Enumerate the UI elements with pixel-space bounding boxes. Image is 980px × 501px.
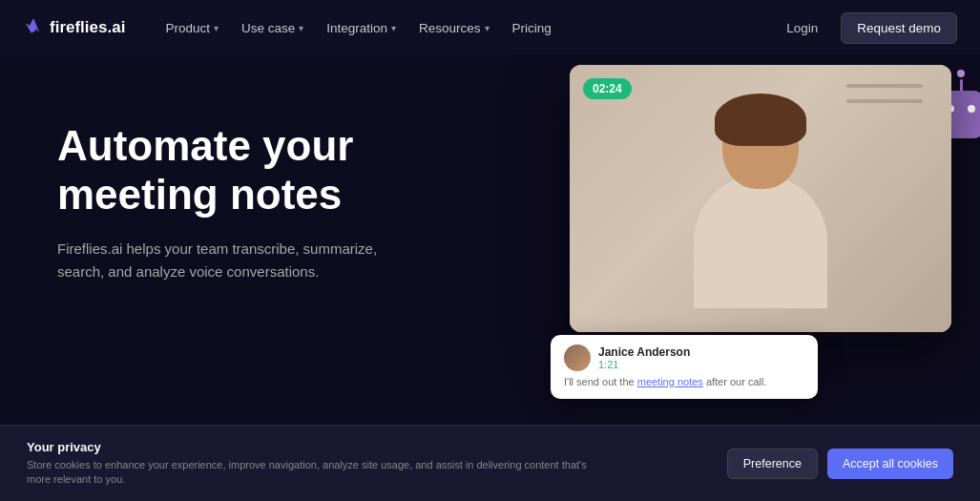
- login-button[interactable]: Login: [775, 15, 829, 41]
- navbar: fireflies.ai Product ▾ Use case ▾ Integr…: [0, 0, 980, 55]
- hero-right: 02:24 Janice Anderson 1:21 I'll send out…: [570, 65, 980, 370]
- fireflies-logo-icon: [23, 17, 44, 38]
- transcript-avatar: [564, 344, 591, 371]
- chevron-down-icon: ▾: [214, 23, 219, 33]
- privacy-text-block: Your privacy Store cookies to enhance yo…: [27, 440, 708, 488]
- nav-product[interactable]: Product ▾: [156, 15, 228, 41]
- accept-cookies-button[interactable]: Accept all cookies: [827, 449, 953, 479]
- privacy-description: Store cookies to enhance your experience…: [27, 458, 599, 488]
- transcript-name: Janice Anderson: [598, 345, 690, 359]
- bot-antenna-ball: [957, 70, 965, 77]
- privacy-banner: Your privacy Store cookies to enhance yo…: [0, 425, 980, 501]
- nav-resources[interactable]: Resources ▾: [409, 15, 499, 41]
- person-head: [722, 103, 799, 189]
- transcript-text: I'll send out the meeting notes after ou…: [564, 375, 804, 389]
- bot-eye-right: [968, 105, 975, 113]
- hero-title: Automate your meeting notes: [57, 122, 477, 219]
- transcript-card: Janice Anderson 1:21 I'll send out the m…: [551, 335, 818, 399]
- privacy-buttons: Preference Accept all cookies: [727, 449, 953, 479]
- transcript-time: 1:21: [598, 359, 690, 370]
- chevron-down-icon: ▾: [299, 23, 303, 33]
- request-demo-button[interactable]: Request demo: [841, 12, 957, 44]
- logo[interactable]: fireflies.ai: [23, 17, 125, 38]
- nav-pricing[interactable]: Pricing: [503, 15, 561, 41]
- svg-point-0: [31, 27, 36, 32]
- video-card: 02:24: [570, 65, 951, 332]
- brand-name: fireflies.ai: [50, 18, 125, 37]
- nav-right: Login Request demo: [775, 12, 957, 44]
- privacy-title: Your privacy: [27, 440, 708, 454]
- preference-button[interactable]: Preference: [727, 449, 818, 479]
- transcript-header: Janice Anderson 1:21: [564, 344, 804, 371]
- transcript-info: Janice Anderson 1:21: [598, 345, 690, 370]
- transcript-highlight: meeting notes: [637, 376, 703, 387]
- nav-usecase[interactable]: Use case ▾: [232, 15, 313, 41]
- nav-links: Product ▾ Use case ▾ Integration ▾ Resou…: [156, 15, 775, 41]
- hero-left: Automate your meeting notes Fireflies.ai…: [57, 103, 477, 283]
- nav-integration[interactable]: Integration ▾: [317, 15, 406, 41]
- hero-section: Automate your meeting notes Fireflies.ai…: [0, 55, 980, 425]
- timer-badge: 02:24: [583, 78, 632, 99]
- hero-subtitle: Fireflies.ai helps your team transcribe,…: [57, 238, 401, 283]
- chevron-down-icon: ▾: [391, 23, 396, 33]
- person-hair: [715, 94, 806, 146]
- video-person: [570, 65, 951, 332]
- person-body: [694, 175, 827, 308]
- person-silhouette: [656, 84, 865, 332]
- chevron-down-icon: ▾: [485, 23, 490, 33]
